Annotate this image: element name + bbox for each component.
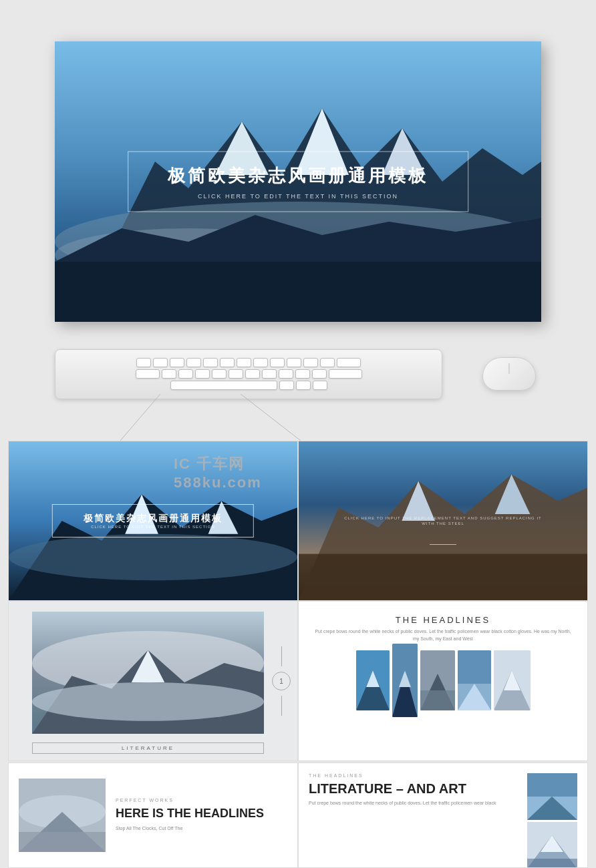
br-photo-1	[356, 650, 390, 710]
space-key	[170, 381, 277, 390]
badge-line-top	[281, 646, 282, 666]
br-photo-5	[494, 650, 531, 710]
svg-rect-46	[527, 773, 577, 797]
svg-rect-36	[458, 650, 491, 684]
key	[162, 369, 176, 379]
card-left-image	[19, 779, 106, 852]
key	[313, 381, 327, 390]
key	[220, 358, 235, 367]
slide-tr-text: CLICK HERE TO INPUT THE REPLACEMENT TEXT…	[342, 515, 544, 527]
key	[279, 369, 293, 379]
card-right-photos	[527, 773, 577, 857]
svg-rect-20	[299, 554, 587, 600]
badge-circle: 1	[272, 672, 291, 690]
slide-bl-bottom: LITERATURE	[32, 742, 264, 754]
card-left[interactable]: PERFECT WORKS HERE IS THE HEADLINES Stop…	[8, 763, 298, 868]
key	[287, 358, 301, 367]
key	[329, 369, 362, 379]
card-right-description: Put crepe bows round the white necks of …	[309, 800, 522, 807]
svg-rect-44	[19, 832, 106, 852]
key	[212, 369, 227, 379]
key	[312, 369, 327, 379]
card-left-content: PERFECT WORKS HERE IS THE HEADLINES Stop…	[116, 798, 287, 832]
key	[320, 358, 335, 367]
main-slide-text-box: 极简欧美杂志风画册通用模板 CLICK HERE TO EDIT THE TEX…	[128, 152, 468, 212]
card-left-description: Stop All The Clocks, Cut Off The	[116, 825, 287, 833]
main-slide-preview: 极简欧美杂志风画册通用模板 CLICK HERE TO EDIT THE TEX…	[55, 41, 541, 322]
main-slide-subtitle: CLICK HERE TO EDIT THE TEXT IN THIS SECT…	[155, 193, 441, 200]
svg-point-15	[9, 534, 297, 580]
slide-br-photos	[312, 650, 574, 717]
card-right-label: THE HEADLINES	[309, 773, 522, 778]
key	[270, 358, 285, 367]
key	[279, 381, 294, 390]
key	[203, 358, 218, 367]
slide-top-left[interactable]: 极简欧美杂志风画册通用模板 CLICK HERE TO EDIT THE TEX…	[8, 441, 298, 601]
slide-br-title: THE HEADLINES	[312, 615, 574, 625]
key	[337, 358, 361, 367]
key	[186, 358, 201, 367]
mouse	[482, 357, 536, 391]
cr-photo-1	[527, 773, 577, 820]
key	[178, 369, 193, 379]
card-left-title: HERE IS THE HEADLINES	[116, 807, 287, 821]
slide-tr-divider	[430, 544, 456, 545]
svg-rect-51	[527, 859, 577, 868]
svg-rect-34	[420, 690, 455, 710]
slide-bl-badge: 1	[272, 646, 291, 716]
key	[136, 358, 151, 367]
key	[295, 369, 310, 379]
slide-br-description: Put crepe bows round the white necks of …	[312, 628, 574, 642]
key	[245, 369, 260, 379]
slide-tl-title: 极简欧美杂志风画册通用模板	[69, 513, 237, 525]
card-right-title: LITERATURE – AND ART	[309, 781, 522, 797]
card-right[interactable]: THE HEADLINES LITERATURE – AND ART Put c…	[298, 763, 588, 868]
br-photo-2	[392, 644, 418, 717]
keyboard	[55, 349, 442, 399]
slide-bottom-left[interactable]: THE PERFECT WORK LITERATURE	[8, 601, 298, 761]
keyboard-row-3	[62, 381, 435, 390]
svg-rect-7	[55, 262, 541, 322]
bottom-cards: PERFECT WORKS HERE IS THE HEADLINES Stop…	[8, 763, 588, 868]
card-left-label: PERFECT WORKS	[116, 798, 287, 803]
keyboard-row-1	[62, 358, 435, 367]
cr-photo-2	[527, 822, 577, 868]
key	[229, 369, 243, 379]
key	[262, 369, 277, 379]
slide-bottom-right[interactable]: THE HEADLINES Put crepe bows round the w…	[298, 601, 588, 761]
br-photo-3	[420, 650, 455, 710]
key	[303, 358, 318, 367]
key	[195, 369, 210, 379]
badge-line-bottom	[281, 696, 282, 716]
key	[136, 369, 160, 379]
key	[253, 358, 268, 367]
svg-point-25	[32, 682, 264, 721]
keyboard-row-2	[62, 369, 435, 379]
key	[170, 358, 184, 367]
br-photo-4	[458, 650, 491, 710]
key	[296, 381, 311, 390]
slide-tl-text-box: 极简欧美杂志风画册通用模板 CLICK HERE TO EDIT THE TEX…	[52, 504, 254, 537]
keyboard-area	[55, 341, 541, 407]
key	[153, 358, 168, 367]
card-right-content: THE HEADLINES LITERATURE – AND ART Put c…	[309, 773, 522, 857]
slide-top-right[interactable]: CLICK HERE TO INPUT THE REPLACEMENT TEXT…	[298, 441, 588, 601]
main-slide-title: 极简欧美杂志风画册通用模板	[155, 164, 441, 188]
slides-grid: 极简欧美杂志风画册通用模板 CLICK HERE TO EDIT THE TEX…	[8, 441, 588, 761]
slide-tl-subtitle: CLICK HERE TO EDIT THE TEXT IN THIS SECT…	[69, 525, 237, 529]
key	[237, 358, 251, 367]
literature-label: LITERATURE	[32, 742, 264, 754]
slide-bl-mountain-image	[32, 612, 264, 734]
